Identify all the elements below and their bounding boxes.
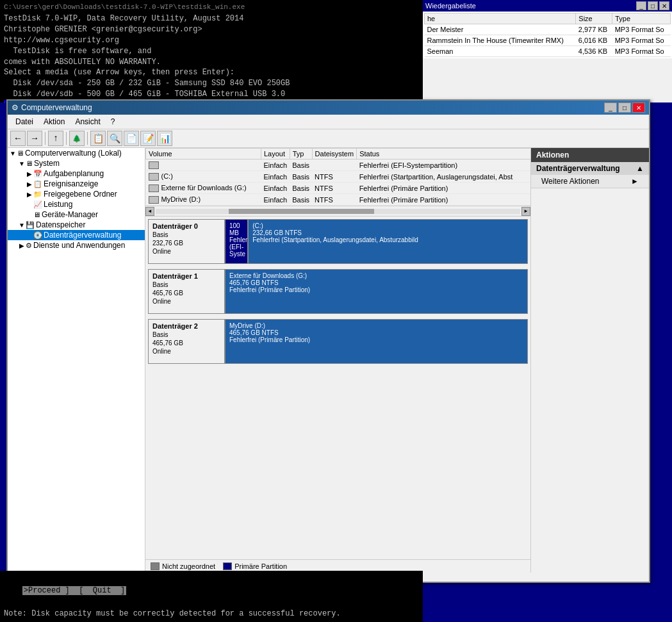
disk-size-2: 465,76 GB: [152, 340, 220, 347]
col-volume[interactable]: Volume: [146, 149, 261, 160]
disk-label-0: Datenträger 0 Basis 232,76 GB Online: [148, 219, 225, 264]
disk-partitions-2: MyDrive (D:)465,76 GB NTFSFehlerfrei (Pr…: [225, 319, 528, 364]
disk-2-part-0-line-2: Fehlerfrei (Primäre Partition): [229, 336, 523, 343]
sidebar-item-4[interactable]: 📈Leistung: [8, 199, 145, 209]
sidebar-item-0[interactable]: ▼🖥System: [8, 158, 145, 168]
music-player-controls[interactable]: _ □ ✕: [636, 1, 669, 10]
legend-unassigned: Nicht zugeordnet: [151, 562, 215, 570]
sidebar-item-2[interactable]: ▶📋Ereignisanzeige: [8, 179, 145, 189]
toolbar-btn-2[interactable]: 🔍: [107, 131, 122, 146]
sidebar-root-label: Computerverwaltung (Lokal): [25, 149, 122, 158]
sidebar-item-3[interactable]: ▶📁Freigegebene Ordner: [8, 189, 145, 199]
sidebar-item-7[interactable]: 💽Datenträgerverwaltung: [8, 230, 145, 240]
actions-item-more[interactable]: Weitere Aktionen ►: [531, 175, 649, 188]
scroll-left-btn[interactable]: ◄: [145, 207, 154, 216]
bottom-terminal-line-2: Note: Disk capacity must be correctly de…: [4, 608, 419, 619]
disk-table-row-3[interactable]: MyDrive (D:)EinfachBasisNTFSFehlerfrei (…: [146, 194, 531, 206]
disk-status-3: Fehlerfrei (Primäre Partition): [357, 194, 530, 206]
menu-help[interactable]: ?: [106, 116, 120, 127]
col-fs[interactable]: Dateisystem: [312, 149, 357, 160]
show-hide-tree-button[interactable]: 🌲: [69, 131, 85, 146]
item-label-5: Geräte-Manager: [42, 210, 98, 219]
disk-table-row-2[interactable]: Externe für Downloads (G:)EinfachBasisNT…: [146, 183, 531, 194]
sidebar-item-5[interactable]: 🖥Geräte-Manager: [8, 209, 145, 220]
actions-item-chevron: ►: [631, 177, 639, 186]
item-label-0: System: [34, 159, 60, 168]
close-button[interactable]: ✕: [632, 102, 645, 113]
toolbar-btn-1[interactable]: 📋: [90, 131, 106, 146]
partition-icon-2: [149, 184, 159, 192]
menu-ansicht[interactable]: Ansicht: [70, 116, 105, 127]
terminal-line-4: TestDisk is free software, and: [4, 46, 419, 57]
titlebar-buttons[interactable]: _ □ ✕: [604, 102, 645, 113]
disk-table-row-0[interactable]: EinfachBasisFehlerfrei (EFI-Systempartit…: [146, 160, 531, 171]
terminal-line-2: http://www.cgsecurity.org: [4, 35, 419, 46]
comp-mgmt-icon: ⚙: [12, 103, 19, 112]
restore-button[interactable]: □: [618, 102, 631, 113]
item-label-7: Datenträgerverwaltung: [44, 231, 121, 240]
toolbar-btn-5[interactable]: 📊: [157, 131, 172, 146]
horiz-scrollbar[interactable]: ◄ ►: [145, 206, 530, 216]
minimize-button[interactable]: _: [604, 102, 617, 113]
item-icon-6: 💾: [26, 221, 35, 229]
scroll-thumb[interactable]: [229, 209, 375, 214]
disk-0-part-1[interactable]: (C:)232,66 GB NTFSFehlerfrei (Startparti…: [249, 220, 527, 263]
back-button[interactable]: ←: [10, 131, 26, 146]
disk-0-part-0[interactable]: 100 MBFehlerfrei (EFI-Syste: [225, 220, 249, 263]
close-btn[interactable]: ✕: [659, 1, 669, 10]
terminal-line-9: Disk /dev/sdb - 500 GB / 465 GiB - TOSHI…: [4, 89, 419, 100]
item-label-6: Datenspeicher: [36, 220, 85, 229]
legend-unassigned-box: [151, 562, 160, 570]
partition-icon-0: [149, 161, 159, 169]
menu-datei[interactable]: Datei: [10, 116, 38, 127]
disk-1-part-0[interactable]: Externe für Downloads (G:)465,76 GB NTFS…: [225, 270, 527, 313]
sidebar-item-6[interactable]: ▼💾Datenspeicher: [8, 220, 145, 230]
toolbar-btn-4[interactable]: 📝: [140, 131, 156, 146]
disk-map-container: Datenträger 0 Basis 232,76 GB Online 100…: [148, 219, 528, 364]
music-row-1[interactable]: Rammstein In The House (Timewriter RMX)6…: [425, 35, 671, 46]
sidebar-root[interactable]: ▼ 🖥 Computerverwaltung (Lokal): [8, 148, 145, 158]
disk-table-scroll[interactable]: Volume Layout Typ Dateisystem Status Ein…: [145, 148, 530, 217]
col-layout[interactable]: Layout: [261, 149, 290, 160]
scroll-track[interactable]: [156, 209, 520, 214]
sidebar-item-8[interactable]: ▶⚙Dienste und Anwendungen: [8, 240, 145, 250]
scroll-right-btn[interactable]: ►: [521, 207, 530, 216]
actions-section-expand-icon: ▲: [636, 164, 644, 173]
proceed-button[interactable]: >Proceed ] [ Quit ]: [22, 586, 126, 595]
minimize-btn[interactable]: _: [636, 1, 646, 10]
expand-icon-0: ▼: [18, 160, 26, 167]
disk-1-part-0-line-0: Externe für Downloads (G:): [229, 272, 523, 279]
item-icon-4: 📈: [33, 201, 42, 209]
disk-label-1: Datenträger 1 Basis 465,76 GB Online: [148, 269, 225, 314]
col-status[interactable]: Status: [357, 149, 530, 160]
terminal-titlebar: C:\Users\gerd\Downloads\testdisk-7.0-WIP…: [4, 3, 419, 12]
legend-primary: Primäre Partition: [223, 562, 287, 570]
disk-2-part-0[interactable]: MyDrive (D:)465,76 GB NTFSFehlerfrei (Pr…: [225, 320, 527, 363]
toolbar-separator-1: [45, 132, 45, 145]
root-icon: 🖥: [17, 149, 24, 157]
disk-table: Volume Layout Typ Dateisystem Status Ein…: [145, 148, 530, 206]
disk-table-row-1[interactable]: (C:)EinfachBasisNTFSFehlerfrei (Startpar…: [146, 171, 531, 183]
maximize-btn[interactable]: □: [648, 1, 658, 10]
partition-icon-3: [149, 196, 159, 204]
disk-partitions-0: 100 MBFehlerfrei (EFI-Syste(C:)232,66 GB…: [225, 219, 528, 264]
menu-aktion[interactable]: Aktion: [38, 116, 70, 127]
disk-table-body: EinfachBasisFehlerfrei (EFI-Systempartit…: [146, 160, 531, 206]
col-name: he: [425, 13, 576, 24]
disk-vol-0: [146, 160, 261, 171]
disk-name-1: Datenträger 1: [152, 272, 220, 280]
disk-typ-1: Basis: [290, 171, 312, 183]
sidebar-item-1[interactable]: ▶📅Aufgabenplanung: [8, 168, 145, 179]
col-typ[interactable]: Typ: [290, 149, 312, 160]
actions-section-header-0[interactable]: Datenträgerverwaltung ▲: [531, 162, 649, 175]
music-row-0[interactable]: Der Meister2,977 KBMP3 Format So: [425, 24, 671, 35]
music-player-title: Wiedergabeliste: [425, 2, 476, 10]
toolbar-btn-3[interactable]: 📄: [124, 131, 139, 146]
up-button[interactable]: ↑: [48, 131, 63, 146]
disk-vol-2: Externe für Downloads (G:): [146, 183, 261, 194]
forward-button[interactable]: →: [27, 131, 42, 146]
disk-status-2: Online: [152, 348, 220, 355]
expand-icon-6: ▼: [18, 222, 26, 229]
disk-entry-0: Datenträger 0 Basis 232,76 GB Online 100…: [148, 219, 528, 264]
music-row-2[interactable]: Seeman4,536 KBMP3 Format So: [425, 46, 671, 57]
